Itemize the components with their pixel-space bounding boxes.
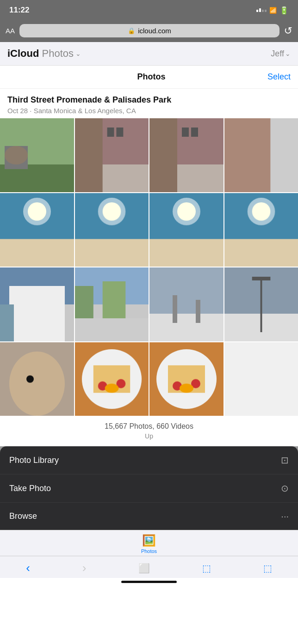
forward-button[interactable]: › bbox=[82, 561, 87, 575]
location-meta: Oct 28 · Santa Monica & Los Angeles, CA bbox=[7, 107, 291, 115]
user-menu[interactable]: Jeff ⌄ bbox=[271, 49, 291, 59]
sun-beach-photo3[interactable] bbox=[149, 193, 224, 267]
address-bar[interactable]: 🔒 icloud.com bbox=[19, 24, 279, 37]
crepe-plate-photo1[interactable] bbox=[75, 342, 149, 416]
location-name: Third Street Promenade & Palisades Park bbox=[7, 95, 291, 105]
alley-brick-photo[interactable] bbox=[75, 118, 149, 192]
time: 11:22 bbox=[9, 6, 29, 15]
home-indicator bbox=[0, 578, 298, 588]
tab-bar: 🖼️ Photos bbox=[0, 530, 298, 556]
white-building-photo[interactable] bbox=[0, 267, 74, 341]
nav-bar: ‹ › ⬜ ⬚ ⬚ bbox=[0, 556, 298, 578]
section-chevron-icon: ⌄ bbox=[75, 50, 81, 57]
photos-tab-icon: 🖼️ bbox=[142, 534, 156, 547]
app-title[interactable]: iCloud Photos ⌄ bbox=[7, 48, 81, 60]
select-button[interactable]: Select bbox=[267, 72, 291, 82]
photo-count: 15,667 Photos, 660 Videos bbox=[7, 422, 291, 431]
plaza-structures-photo[interactable] bbox=[149, 267, 224, 341]
refresh-button[interactable]: ↻ bbox=[284, 25, 292, 37]
sheet-item-take-photo[interactable]: Take Photo⊙ bbox=[0, 474, 298, 503]
elephant-statue-photo[interactable] bbox=[0, 118, 74, 192]
sun-beach-photo4[interactable] bbox=[224, 193, 298, 267]
aa-button[interactable]: AA bbox=[6, 27, 15, 35]
sun-beach-photo1[interactable] bbox=[0, 193, 74, 267]
sheet-item-browse[interactable]: Browse··· bbox=[0, 503, 298, 530]
chihuahua-photo[interactable] bbox=[0, 342, 74, 416]
status-bar: 11:22 📶 🔋 bbox=[0, 0, 298, 20]
battery-icon: 🔋 bbox=[279, 6, 289, 15]
signal-icon bbox=[256, 8, 267, 12]
sheet-item-icon: ⊙ bbox=[281, 483, 289, 494]
url-text: icloud.com bbox=[138, 27, 171, 35]
bottom-sheet: Photo Library⊡Take Photo⊙Browse··· bbox=[0, 446, 298, 530]
section-name: Photos bbox=[42, 48, 74, 59]
user-name: Jeff bbox=[271, 49, 284, 59]
promenade-trees-photo[interactable] bbox=[75, 267, 149, 341]
status-icons: 📶 🔋 bbox=[256, 6, 289, 15]
alley-brick-photo2[interactable] bbox=[149, 118, 224, 192]
home-bar bbox=[121, 581, 177, 583]
crepe-plate-photo2[interactable] bbox=[149, 342, 224, 416]
plaza-lamppost-photo[interactable] bbox=[224, 267, 298, 341]
tab-photos[interactable]: 🖼️ Photos bbox=[141, 534, 157, 554]
sheet-item-icon: ··· bbox=[281, 511, 289, 522]
sheet-item-label: Take Photo bbox=[9, 484, 51, 493]
bookmarks-button[interactable]: ⬚ bbox=[202, 563, 211, 574]
wifi-icon: 📶 bbox=[269, 7, 277, 14]
user-chevron-icon: ⌄ bbox=[285, 50, 291, 57]
share-button[interactable]: ⬜ bbox=[138, 563, 150, 574]
browser-bar: AA 🔒 icloud.com ↻ bbox=[0, 20, 298, 42]
sheet-item-icon: ⊡ bbox=[281, 455, 289, 466]
bottom-section: 15,667 Photos, 660 Videos Up bbox=[0, 416, 298, 446]
location-section: Third Street Promenade & Palisades Park … bbox=[0, 89, 298, 118]
app-name: iCloud bbox=[7, 48, 39, 59]
empty-cell[interactable] bbox=[224, 342, 298, 416]
sun-beach-photo2[interactable] bbox=[75, 193, 149, 267]
brick-corner-photo[interactable] bbox=[224, 118, 298, 192]
icloud-header: iCloud Photos ⌄ Jeff ⌄ bbox=[0, 42, 298, 66]
sheet-item-label: Photo Library bbox=[9, 456, 59, 465]
tabs-button[interactable]: ⬚ bbox=[263, 563, 272, 574]
sheet-item-photo-library[interactable]: Photo Library⊡ bbox=[0, 446, 298, 474]
photos-header: Photos Select bbox=[0, 66, 298, 89]
sheet-item-label: Browse bbox=[9, 511, 37, 521]
photo-grid bbox=[0, 118, 298, 416]
photos-title: Photos bbox=[35, 72, 267, 82]
back-button[interactable]: ‹ bbox=[26, 561, 30, 575]
upload-hint: Up bbox=[7, 431, 291, 440]
sheet-overlay: Photo Library⊡Take Photo⊙Browse··· bbox=[0, 446, 298, 530]
lock-icon: 🔒 bbox=[128, 27, 135, 34]
photos-tab-label: Photos bbox=[141, 548, 157, 554]
